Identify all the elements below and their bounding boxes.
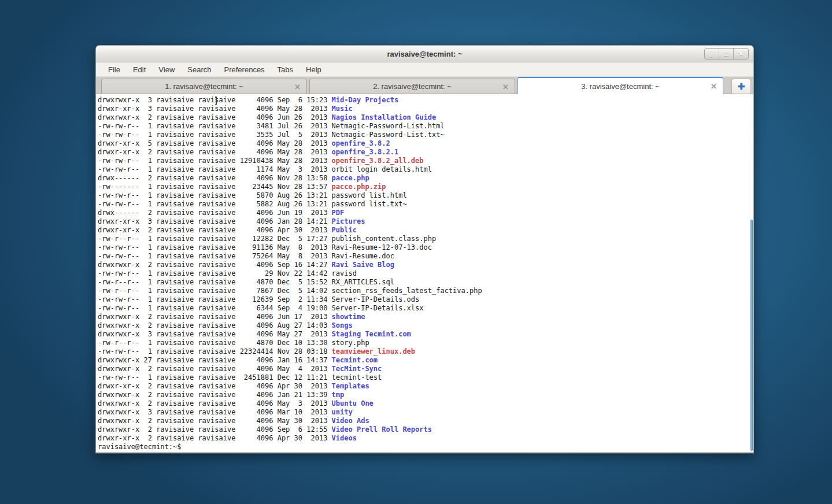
ls-row: drwxrwxr-x 2 ravisaive ravisaive 4096 Ma… bbox=[98, 365, 753, 373]
ls-row: -rw-r--r-- 1 ravisaive ravisaive 12282 D… bbox=[98, 235, 753, 243]
menu-item-file[interactable]: File bbox=[102, 64, 127, 76]
ls-row: drwxrwxr-x 2 ravisaive ravisaive 4096 Se… bbox=[98, 261, 753, 269]
ls-row: drwxr-xr-x 3 ravisaive ravisaive 4096 Ma… bbox=[98, 105, 753, 113]
file-name: Staging Tecmint.com bbox=[332, 330, 411, 338]
minimize-button[interactable]: _ bbox=[705, 49, 719, 59]
menu-item-preferences[interactable]: Preferences bbox=[218, 64, 271, 76]
file-name: tecmint-test bbox=[332, 373, 382, 381]
ls-output: drwxrwxr-x 3 ravisaive ravisaive 4096 Se… bbox=[96, 95, 753, 451]
tab-label: 3. ravisaive@tecmint: ~ bbox=[581, 82, 660, 91]
ls-row: -rw-rw-r-- 1 ravisaive ravisaive 5870 Au… bbox=[98, 191, 753, 200]
file-name: tmp bbox=[332, 391, 345, 399]
ls-row: -rw-rw-r-- 1 ravisaive ravisaive 5882 Au… bbox=[98, 200, 753, 209]
tab-1[interactable]: 1. ravisaive@tecmint: ~✕ bbox=[101, 79, 307, 94]
menu-item-view[interactable]: View bbox=[152, 64, 181, 76]
ls-row: drwxrwxr-x 2 ravisaive ravisaive 4096 Ja… bbox=[98, 391, 753, 399]
ls-row: -rw-rw-r-- 1 ravisaive ravisaive 75264 M… bbox=[98, 252, 753, 261]
file-name: orbit login details.html bbox=[332, 165, 432, 173]
file-name: PDF bbox=[332, 209, 345, 217]
file-name: password list.html bbox=[332, 191, 407, 199]
menu-item-edit[interactable]: Edit bbox=[127, 64, 152, 76]
file-name: Netmagic-Password-List.html bbox=[332, 122, 445, 130]
file-name: unity bbox=[332, 408, 353, 416]
ls-row: drwxrwxr-x 3 ravisaive ravisaive 4096 Se… bbox=[98, 96, 753, 105]
file-name: openfire_3.8.2 bbox=[332, 139, 390, 147]
ls-row: drwxr-xr-x 2 ravisaive ravisaive 4096 Ap… bbox=[98, 382, 753, 391]
shell-prompt: ravisaive@tecmint:~$ bbox=[98, 443, 753, 451]
ls-row: drwx------ 2 ravisaive ravisaive 4096 No… bbox=[98, 174, 753, 183]
ls-row: -rw-rw-r-- 1 ravisaive ravisaive 91136 M… bbox=[98, 243, 753, 252]
ls-row: -rw-rw-r-- 1 ravisaive ravisaive 29 Nov … bbox=[98, 269, 753, 278]
file-name: pacce.php.zip bbox=[332, 183, 386, 191]
file-name: openfire_3.8.2.1 bbox=[332, 148, 399, 156]
ls-row: -rw-r--r-- 1 ravisaive ravisaive 7867 De… bbox=[98, 287, 753, 295]
maximize-icon: □ bbox=[724, 50, 729, 57]
tab-label: 1. ravisaive@tecmint: ~ bbox=[165, 82, 243, 91]
file-name: RX_ARTICLES.sql bbox=[332, 278, 394, 286]
file-name: Songs bbox=[332, 321, 353, 329]
ls-row: drwxrwxr-x 2 ravisaive ravisaive 4096 Au… bbox=[98, 321, 753, 330]
tab-close-icon[interactable]: ✕ bbox=[502, 83, 509, 90]
menu-item-search[interactable]: Search bbox=[181, 64, 217, 76]
file-name: Templates bbox=[332, 382, 369, 390]
terminal-window: ravisaive@tecmint: ~ _ □ ✕ FileEditViewS… bbox=[95, 45, 754, 454]
desktop-background: ravisaive@tecmint: ~ _ □ ✕ FileEditViewS… bbox=[0, 0, 832, 504]
ls-row: drwxrwxr-x 3 ravisaive ravisaive 4096 Ma… bbox=[98, 408, 753, 417]
file-name: Videos bbox=[332, 434, 357, 442]
file-name: ravisd bbox=[332, 269, 357, 277]
tab-3[interactable]: 3. ravisaive@tecmint: ~✕ bbox=[517, 77, 723, 94]
file-name: showtime bbox=[332, 313, 365, 321]
ls-row: drwxr-xr-x 2 ravisaive ravisaive 4096 Ap… bbox=[98, 226, 753, 235]
ls-row: -rw-rw-r-- 1 ravisaive ravisaive 2232441… bbox=[98, 347, 753, 356]
ls-row: drwxrwxr-x 2 ravisaive ravisaive 4096 Ju… bbox=[98, 113, 753, 122]
terminal-screen[interactable]: drwxrwxr-x 3 ravisaive ravisaive 4096 Se… bbox=[96, 94, 753, 453]
ls-row: drwxr-xr-x 2 ravisaive ravisaive 4096 Ma… bbox=[98, 148, 753, 157]
menu-item-help[interactable]: Help bbox=[299, 64, 328, 76]
window-title: ravisaive@tecmint: ~ bbox=[387, 50, 462, 58]
file-name: Pictures bbox=[332, 217, 365, 225]
file-name: teamviewer_linux.deb bbox=[332, 347, 416, 355]
ls-row: drwxrwxr-x 27 ravisaive ravisaive 4096 J… bbox=[98, 356, 753, 365]
ls-row: -rw-rw-r-- 1 ravisaive ravisaive 12639 S… bbox=[98, 295, 753, 304]
file-name: Music bbox=[332, 105, 353, 113]
tab-close-icon[interactable]: ✕ bbox=[294, 83, 301, 90]
file-name: Ravi-Resume-12-07-13.doc bbox=[332, 243, 432, 251]
close-icon: ✕ bbox=[738, 50, 744, 58]
file-name: openfire_3.8.2_all.deb bbox=[332, 157, 424, 165]
file-name: Ravi-Resume.doc bbox=[332, 252, 394, 260]
ls-row: -rw-r--r-- 1 ravisaive ravisaive 4870 De… bbox=[98, 278, 753, 287]
file-name: Ubuntu One bbox=[332, 399, 374, 407]
tab-label: 2. ravisaive@tecmint: ~ bbox=[373, 82, 452, 91]
vertical-scrollbar[interactable] bbox=[750, 220, 753, 451]
ls-row: drwxrwxr-x 2 ravisaive ravisaive 4096 Se… bbox=[98, 425, 753, 434]
window-titlebar[interactable]: ravisaive@tecmint: ~ _ □ ✕ bbox=[96, 46, 753, 62]
menu-item-tabs[interactable]: Tabs bbox=[271, 64, 299, 76]
file-name: Nagios Installation Guide bbox=[332, 113, 437, 121]
file-name: Tecmint.com bbox=[332, 356, 378, 364]
file-name: story.php bbox=[332, 339, 369, 347]
ls-row: -rw------- 1 ravisaive ravisaive 23445 N… bbox=[98, 183, 753, 191]
tab-bar: 1. ravisaive@tecmint: ~✕2. ravisaive@tec… bbox=[96, 77, 753, 94]
ls-row: drwx------ 2 ravisaive ravisaive 4096 Ju… bbox=[98, 209, 753, 217]
file-name: publish_content.class.php bbox=[332, 235, 437, 243]
file-name: Server-IP-Details.ods bbox=[332, 295, 420, 303]
maximize-button[interactable]: □ bbox=[719, 49, 734, 59]
file-name: Netmagic-Password-List.txt~ bbox=[332, 131, 445, 139]
file-name: Video Ads bbox=[332, 417, 369, 425]
window-controls: _ □ ✕ bbox=[704, 48, 749, 60]
new-tab-button[interactable]: ✚ bbox=[731, 79, 751, 94]
ls-row: drwxr-xr-x 5 ravisaive ravisaive 4096 Ma… bbox=[98, 139, 753, 148]
ls-row: drwxrwxr-x 2 ravisaive ravisaive 4096 Ju… bbox=[98, 313, 753, 321]
tab-close-icon[interactable]: ✕ bbox=[711, 83, 717, 90]
ls-row: -rw-rw-r-- 1 ravisaive ravisaive 1174 Ma… bbox=[98, 165, 753, 174]
file-name: Mid-Day Projects bbox=[332, 96, 399, 104]
file-name: section_rss_feeds_latest_factiva.php bbox=[332, 287, 482, 295]
close-button[interactable]: ✕ bbox=[734, 49, 748, 59]
file-name: password list.txt~ bbox=[332, 200, 407, 208]
ls-row: -rw-rw-r-- 1 ravisaive ravisaive 6344 Se… bbox=[98, 304, 753, 313]
file-name: TecMint-Sync bbox=[332, 365, 382, 373]
tab-2[interactable]: 2. ravisaive@tecmint: ~✕ bbox=[309, 79, 515, 94]
ls-row: -rw-rw-r-- 1 ravisaive ravisaive 2451881… bbox=[98, 373, 753, 382]
ls-row: drwxrwxr-x 2 ravisaive ravisaive 4096 Ma… bbox=[98, 399, 753, 408]
ls-row: -rw-rw-r-- 1 ravisaive ravisaive 3481 Ju… bbox=[98, 122, 753, 131]
